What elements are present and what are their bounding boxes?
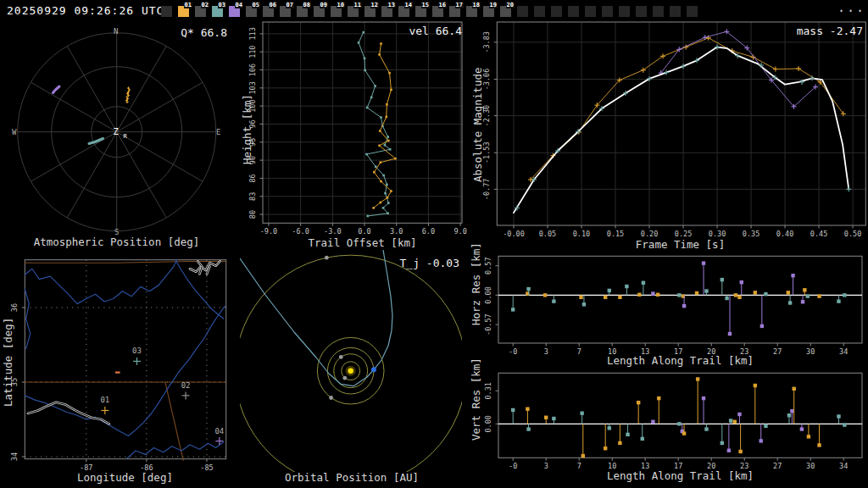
- station-box-02[interactable]: 02: [195, 6, 206, 17]
- station-box-blank-25[interactable]: [585, 6, 596, 17]
- station-box-label: 08: [303, 2, 311, 8]
- planet-jupiter: [325, 256, 329, 260]
- station-box-11[interactable]: 11: [348, 6, 359, 17]
- series-station-01: [528, 36, 846, 182]
- orbit-plot: [240, 250, 462, 472]
- station-box-18[interactable]: 18: [466, 6, 477, 17]
- svg-text:E: E: [216, 128, 220, 136]
- svg-text:0.35: 0.35: [743, 230, 760, 238]
- utc-clock: 20250929 09:26:26 UTC: [7, 4, 164, 17]
- station-box-19[interactable]: 19: [483, 6, 494, 17]
- station-box-blank-27[interactable]: [619, 6, 630, 17]
- station-box-03[interactable]: 03: [212, 6, 223, 17]
- station-box-blank-31[interactable]: [687, 6, 698, 17]
- residual-stems: [511, 261, 847, 336]
- station-box-blank-21[interactable]: [517, 6, 528, 17]
- station-box-20[interactable]: 20: [500, 6, 511, 17]
- map-station-02: 02: [181, 381, 191, 400]
- svg-text:0.57: 0.57: [484, 257, 492, 274]
- station-box-blank-0[interactable]: [161, 6, 172, 17]
- station-box-10[interactable]: 10: [331, 6, 342, 17]
- sky-trail-04: [53, 86, 60, 93]
- station-box-label: 13: [387, 2, 396, 8]
- svg-text:0.10: 0.10: [573, 230, 590, 238]
- svg-text:0.25: 0.25: [675, 230, 692, 238]
- svg-text:04: 04: [214, 427, 224, 435]
- svg-text:0.0: 0.0: [358, 227, 370, 236]
- q-value-annotation: Q* 66.8: [134, 26, 227, 39]
- station-box-blank-23[interactable]: [551, 6, 562, 17]
- station-box-16[interactable]: 16: [432, 6, 443, 17]
- y-tick-labels: 0.000.31: [484, 382, 492, 432]
- planet-orbits: [240, 255, 462, 472]
- svg-text:Z: Z: [114, 126, 119, 136]
- profile-x-axis-label: Trail Offset [km]: [280, 236, 445, 249]
- station-box-01[interactable]: 01: [178, 6, 189, 17]
- lightcurve-y-axis-label: Absolute Magnitude: [471, 59, 484, 191]
- svg-text:-6.0: -6.0: [292, 227, 309, 236]
- station-box-blank-28[interactable]: [636, 6, 647, 17]
- station-box-blank-26[interactable]: [602, 6, 613, 17]
- station-box-08[interactable]: 08: [297, 6, 308, 17]
- svg-text:-0: -0: [509, 347, 517, 356]
- lightcurve-x-axis-label: Frame Time [s]: [593, 238, 767, 251]
- velocity-annotation: vel 66.4: [367, 25, 462, 37]
- svg-text:0.31: 0.31: [484, 382, 492, 399]
- y-tick-labels: -0.570.000.57: [484, 257, 492, 335]
- svg-text:0.50: 0.50: [844, 230, 861, 238]
- svg-text:W: W: [12, 128, 17, 136]
- horz-x-axis-label: Length Along Trail [km]: [551, 354, 810, 367]
- overflow-menu-button[interactable]: ...: [837, 0, 865, 15]
- orbit-x-axis-label: Orbital Position [AU]: [263, 471, 441, 484]
- station-box-label: 02: [201, 2, 209, 8]
- station-box-12[interactable]: 12: [364, 6, 376, 17]
- station-box-label: 04: [235, 2, 243, 8]
- station-box-label: 03: [218, 2, 226, 8]
- svg-text:0.20: 0.20: [641, 230, 658, 238]
- station-box-label: 19: [489, 2, 498, 8]
- station-box-blank-22[interactable]: [534, 6, 545, 17]
- station-box-07[interactable]: 07: [280, 6, 291, 17]
- sun-marker: [346, 366, 356, 376]
- svg-text:0.00: 0.00: [484, 286, 492, 303]
- svg-text:-9.0: -9.0: [260, 227, 277, 236]
- station-box-14[interactable]: 14: [398, 6, 409, 17]
- station-box-09[interactable]: 09: [314, 6, 325, 17]
- station-box-17[interactable]: 17: [449, 6, 460, 17]
- station-box-label: 10: [337, 2, 345, 8]
- svg-text:-0: -0: [509, 462, 517, 470]
- station-box-04[interactable]: 04: [229, 6, 240, 17]
- station-box-blank-29[interactable]: [653, 6, 664, 17]
- svg-text:0.40: 0.40: [776, 230, 793, 238]
- station-box-blank-24[interactable]: [568, 6, 579, 17]
- svg-text:113: 113: [248, 27, 257, 40]
- horz-residuals-plot: -0371013172023273034-0.570.000.57: [469, 250, 868, 369]
- horz-y-axis-label: Horz Res [km]: [470, 253, 482, 325]
- map-y-axis-label: Latitude [deg]: [2, 315, 14, 408]
- station-box-label: 11: [353, 2, 362, 8]
- station-box-05[interactable]: 05: [246, 6, 257, 17]
- station-box-label: 07: [286, 2, 294, 8]
- svg-text:N: N: [114, 27, 118, 36]
- planet-earth: [371, 367, 376, 372]
- svg-text:01: 01: [100, 396, 109, 404]
- station-box-06[interactable]: 06: [263, 6, 274, 17]
- svg-text:3.0: 3.0: [390, 227, 403, 236]
- svg-text:0.15: 0.15: [607, 230, 624, 238]
- station-box-15[interactable]: 15: [415, 6, 426, 17]
- app-window: 20250929 09:26:26 UTC 010203040506070809…: [0, 0, 868, 488]
- svg-text:9.0: 9.0: [453, 227, 466, 236]
- svg-text:110: 110: [248, 45, 257, 58]
- station-box-blank-30[interactable]: [670, 6, 681, 17]
- svg-text:03: 03: [132, 347, 142, 355]
- tisserand-annotation: T_j -0.03: [356, 257, 459, 269]
- vert-x-axis-label: Length Along Trail [km]: [551, 469, 810, 482]
- planet-mercury: [342, 376, 347, 380]
- map-features: [25, 260, 225, 461]
- planet-venus: [339, 355, 343, 359]
- station-box-13[interactable]: 13: [381, 6, 392, 17]
- vert-y-axis-label: Vert Res [km]: [470, 369, 482, 441]
- planet-mars: [329, 396, 333, 400]
- svg-text:80: 80: [248, 210, 257, 219]
- svg-text:3: 3: [544, 462, 548, 470]
